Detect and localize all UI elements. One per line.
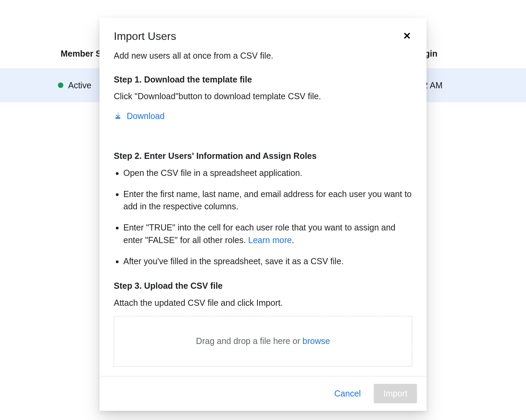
browse-link[interactable]: browse	[303, 336, 330, 346]
step-1-title: Step 1. Download the template file	[114, 73, 412, 86]
svg-rect-0	[115, 117, 120, 118]
file-dropzone[interactable]: Drag and drop a file here or browse	[114, 316, 412, 366]
modal-header: Import Users ✕	[99, 18, 427, 47]
learn-more-link[interactable]: Learn more	[248, 235, 292, 245]
list-item: After you've filled in the spreadsheet, …	[123, 255, 412, 267]
modal-subtitle: Add new users all at once from a CSV fil…	[114, 49, 412, 62]
close-button[interactable]: ✕	[402, 30, 412, 42]
list-item: Open the CSV file in a spreadsheet appli…	[123, 167, 412, 179]
list-item: Enter "TRUE" into the cell for each user…	[123, 221, 412, 246]
dropzone-text: Drag and drop a file here or	[196, 336, 303, 346]
cell-member-status: Active	[0, 80, 91, 90]
download-icon	[114, 112, 122, 120]
import-button[interactable]: Import	[374, 384, 417, 403]
download-label: Download	[127, 110, 165, 123]
list-item: Enter the first name, last name, and ema…	[123, 188, 412, 213]
status-label: Active	[68, 80, 91, 90]
close-icon: ✕	[403, 31, 411, 41]
step-3-description: Attach the updated CSV file and click Im…	[114, 297, 412, 310]
step-2: Step 2. Enter Users' Information and Ass…	[114, 150, 412, 267]
step-3-title: Step 3. Upload the CSV file	[114, 280, 412, 292]
step-1-description: Click "Download"button to download templ…	[114, 90, 412, 103]
modal-footer: Cancel Import	[99, 376, 427, 411]
column-member-status: Member S	[0, 49, 101, 68]
step-2-title: Step 2. Enter Users' Information and Ass…	[114, 150, 412, 163]
step-3: Step 3. Upload the CSV file Attach the u…	[114, 280, 412, 366]
step-1: Step 1. Download the template file Click…	[114, 73, 412, 138]
modal-title: Import Users	[114, 30, 176, 43]
list-item-suffix: .	[292, 235, 294, 245]
modal-body: Add new users all at once from a CSV fil…	[99, 47, 427, 376]
import-users-modal: Import Users ✕ Add new users all at once…	[99, 18, 427, 411]
step-2-list: Open the CSV file in a spreadsheet appli…	[114, 167, 412, 268]
download-template-link[interactable]: Download	[114, 110, 165, 123]
status-dot-icon	[58, 82, 63, 88]
cancel-button[interactable]: Cancel	[329, 385, 366, 403]
